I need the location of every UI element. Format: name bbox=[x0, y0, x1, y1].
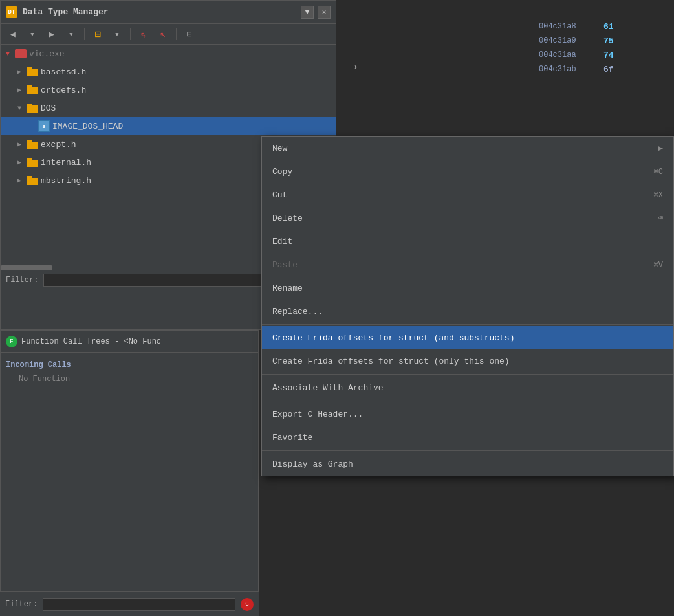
back-dropdown-button[interactable]: ▾ bbox=[24, 27, 41, 42]
forward-dropdown-button[interactable]: ▾ bbox=[63, 27, 80, 42]
basetsd-label: basetsd.h bbox=[41, 67, 86, 77]
menu-item-rename[interactable]: Rename bbox=[262, 276, 673, 300]
menu-export-label: Export C Header... bbox=[272, 410, 363, 419]
context-menu: New ▶ Copy ⌘C Cut ⌘X Delete ⌫ Edit Paste… bbox=[261, 136, 674, 476]
back-icon: ◀ bbox=[10, 29, 16, 39]
menu-item-delete[interactable]: Delete ⌫ bbox=[262, 206, 673, 230]
menu-item-create-frida-only[interactable]: Create Frida offsets for struct (only th… bbox=[262, 349, 673, 373]
fct-icon-label: F bbox=[10, 338, 13, 345]
menu-item-cut[interactable]: Cut ⌘X bbox=[262, 183, 673, 206]
dtm-icon-label: DT bbox=[8, 9, 16, 16]
hex-val-2: 74 bbox=[603, 50, 614, 60]
menu-delete-label: Delete bbox=[272, 214, 303, 223]
dtm-icon: DT bbox=[6, 6, 17, 18]
tree-item-vic-exe[interactable]: ▼ vic.exe bbox=[1, 45, 336, 63]
excpt-label: excpt.h bbox=[41, 140, 76, 149]
hex-addr-2: 004c31aa bbox=[539, 50, 591, 60]
arrow-button[interactable]: ↖ bbox=[155, 27, 171, 42]
bottom-filter-icon-label: G bbox=[245, 601, 248, 608]
menu-delete-shortcut: ⌫ bbox=[658, 214, 663, 223]
dropdown-icon: ▾ bbox=[30, 29, 35, 39]
cursor-button[interactable]: ⇖ bbox=[135, 27, 152, 42]
menu-copy-shortcut: ⌘C bbox=[654, 167, 663, 177]
menu-item-create-frida-substructs[interactable]: Create Frida offsets for struct (and sub… bbox=[262, 326, 673, 349]
expand-icon-dos: ▼ bbox=[15, 105, 24, 112]
hex-addr-1: 004c31a9 bbox=[539, 36, 591, 45]
panel-arrow: → bbox=[349, 60, 357, 74]
hex-row-2: 004c31aa 74 bbox=[532, 48, 674, 62]
menu-new-label: New bbox=[272, 144, 287, 153]
menu-cut-shortcut: ⌘X bbox=[654, 190, 663, 200]
menu-sep-1 bbox=[262, 324, 673, 325]
menu-item-copy[interactable]: Copy ⌘C bbox=[262, 160, 673, 183]
toolbar-sep3 bbox=[176, 28, 177, 40]
folder-icon-internal bbox=[27, 158, 38, 167]
menu-copy-label: Copy bbox=[272, 167, 292, 177]
cursor-icon: ⇖ bbox=[140, 28, 146, 40]
menu-sep-4 bbox=[262, 450, 673, 451]
tree-item-image-dos-head[interactable]: S IMAGE_DOS_HEAD bbox=[1, 117, 336, 135]
dtm-minimize-btn[interactable]: ▼ bbox=[301, 6, 314, 19]
menu-item-new[interactable]: New ▶ bbox=[262, 137, 673, 160]
menu-item-display-graph[interactable]: Display as Graph bbox=[262, 452, 673, 476]
hex-val-1: 75 bbox=[603, 36, 614, 46]
arrow-icon: ↖ bbox=[160, 28, 166, 40]
menu-favorite-label: Favorite bbox=[272, 433, 312, 443]
forward-icon: ▶ bbox=[49, 29, 54, 39]
back-button[interactable]: ◀ bbox=[5, 27, 21, 42]
menu-sep-2 bbox=[262, 374, 673, 375]
menu-item-export-c-header[interactable]: Export C Header... bbox=[262, 402, 673, 426]
menu-replace-label: Replace... bbox=[272, 307, 323, 316]
expand-icon-excpt: ▶ bbox=[15, 140, 24, 148]
menu-cut-label: Cut bbox=[272, 190, 287, 200]
menu-new-arrow: ▶ bbox=[658, 143, 663, 153]
menu-item-replace[interactable]: Replace... bbox=[262, 300, 673, 323]
tree-item-dos[interactable]: ▼ DOS bbox=[1, 99, 336, 117]
fct-title: Function Call Trees - <No Func bbox=[21, 337, 161, 346]
menu-item-favorite[interactable]: Favorite bbox=[262, 426, 673, 449]
bottom-filter-input[interactable] bbox=[43, 598, 235, 611]
dos-label: DOS bbox=[41, 104, 56, 113]
tree-view-icon: ⊞ bbox=[94, 28, 101, 41]
menu-item-edit[interactable]: Edit bbox=[262, 230, 673, 253]
folder-icon-basetsd bbox=[27, 67, 38, 76]
menu-display-graph-label: Display as Graph bbox=[272, 459, 353, 469]
image-dos-label: IMAGE_DOS_HEAD bbox=[52, 122, 123, 131]
crtdefs-label: crtdefs.h bbox=[41, 85, 86, 95]
menu-paste-shortcut: ⌘V bbox=[654, 260, 663, 270]
tree-item-crtdefs[interactable]: ▶ crtdefs.h bbox=[1, 81, 336, 99]
internal-label: internal.h bbox=[41, 158, 91, 168]
folder-icon-dos bbox=[27, 104, 38, 113]
tree-dropdown-button[interactable]: ▾ bbox=[109, 27, 125, 42]
dtm-titlebar: DT Data Type Manager ▼ ✕ bbox=[1, 1, 336, 24]
menu-rename-label: Rename bbox=[272, 283, 303, 293]
folder-icon-excpt bbox=[27, 140, 38, 149]
menu-paste-label: Paste bbox=[272, 260, 298, 270]
vic-exe-icon bbox=[15, 49, 27, 58]
expand-icon-mbstring: ▶ bbox=[15, 177, 24, 184]
dtm-toolbar: ◀ ▾ ▶ ▾ ⊞ ▾ ⇖ ↖ ⊟ bbox=[1, 24, 336, 45]
dtm-controls: ▼ ✕ bbox=[301, 6, 331, 19]
filter-label: Filter: bbox=[6, 276, 38, 285]
vic-exe-label: vic.exe bbox=[29, 49, 65, 59]
dropdown-icon3: ▾ bbox=[114, 29, 120, 39]
menu-item-associate-archive[interactable]: Associate With Archive bbox=[262, 376, 673, 399]
hex-val-0: 61 bbox=[603, 22, 614, 32]
tree-view-button[interactable]: ⊞ bbox=[89, 27, 106, 42]
fct-titlebar: F Function Call Trees - <No Func bbox=[1, 331, 258, 353]
tree-item-basetsd[interactable]: ▶ basetsd.h bbox=[1, 63, 336, 81]
hex-addr-0: 004c31a8 bbox=[539, 22, 591, 31]
menu-edit-label: Edit bbox=[272, 237, 292, 247]
fct-incoming-calls-header: Incoming Calls bbox=[6, 358, 253, 372]
menu-sep-3 bbox=[262, 401, 673, 401]
fct-panel: F Function Call Trees - <No Func Incomin… bbox=[0, 330, 259, 615]
menu-associate-label: Associate With Archive bbox=[272, 383, 384, 393]
menu-item-paste: Paste ⌘V bbox=[262, 253, 673, 276]
struct-icon-image: S bbox=[38, 120, 50, 132]
collapse-button[interactable]: ⊟ bbox=[181, 27, 198, 42]
dtm-close-btn[interactable]: ✕ bbox=[318, 6, 331, 19]
forward-button[interactable]: ▶ bbox=[43, 27, 60, 42]
toolbar-sep2 bbox=[130, 28, 131, 40]
hex-row-1: 004c31a9 75 bbox=[532, 34, 674, 48]
hex-addr-3: 004c31ab bbox=[539, 65, 591, 74]
